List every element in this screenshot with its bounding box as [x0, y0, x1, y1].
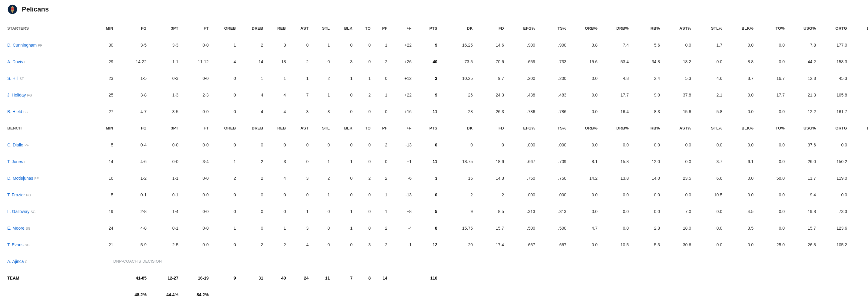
stat-cell: 105.8: [816, 93, 847, 97]
stat-cell: 2: [286, 59, 309, 64]
col-header: FG: [113, 126, 147, 130]
stat-cell: .200: [504, 76, 535, 81]
player-row: E. MooreSG244-80-10-010130102-48: [7, 220, 437, 236]
stat-cell: 26: [441, 93, 473, 97]
player-link[interactable]: T. Frazier: [7, 193, 25, 197]
stat-cell: 0.0: [660, 159, 691, 164]
stat-cell: 2: [411, 76, 437, 81]
stat-cell: 0.0: [722, 93, 753, 97]
stat-cell: 18.2: [660, 59, 691, 64]
team-total-cell: 7: [330, 276, 352, 280]
col-header: STL%: [691, 26, 722, 31]
player-link[interactable]: T. Evans: [7, 242, 24, 247]
player-name-cell: A. DavisPF: [7, 59, 92, 64]
stat-cell: 0: [371, 159, 388, 164]
stat-cell: 1: [209, 226, 236, 231]
player-link[interactable]: A. Davis: [7, 59, 23, 64]
stat-cell: 34.8: [629, 59, 660, 64]
col-header: TO: [352, 26, 371, 31]
team-pct-cell: 48.2%: [113, 292, 147, 297]
col-header: REB: [263, 126, 286, 130]
stat-cell: +22: [388, 93, 411, 97]
stat-cell: 1: [236, 76, 263, 81]
player-row-advanced: 16.2514.6.900.9003.87.45.60.01.70.00.07.…: [441, 37, 868, 53]
stat-cell: 1-3: [147, 93, 178, 97]
stat-cell: 98.4: [847, 176, 868, 181]
player-link[interactable]: J. Holiday: [7, 93, 26, 97]
stat-cell: 2: [371, 59, 388, 64]
stat-cell: .900: [504, 43, 535, 47]
player-row: S. HillSF231-50-30-001112110+122: [7, 70, 437, 87]
stat-cell: .900: [535, 43, 566, 47]
stat-cell: 16: [92, 176, 113, 181]
stat-cell: 0.0: [722, 176, 753, 181]
stat-cell: 5: [92, 142, 113, 147]
header-bench: BENCH: [7, 126, 92, 130]
stat-cell: 3: [309, 109, 330, 114]
player-link[interactable]: D. Cunningham: [7, 43, 37, 47]
stat-cell: 1: [371, 209, 388, 214]
stat-cell: 0.0: [566, 76, 597, 81]
stat-cell: 17.7: [597, 93, 629, 97]
stat-cell: 3: [263, 43, 286, 47]
stat-cell: 1: [352, 76, 371, 81]
player-name-cell: L. GallowaySG: [7, 209, 92, 214]
team-total-cell: 8: [352, 276, 371, 280]
player-link[interactable]: S. Hill: [7, 76, 19, 81]
player-link[interactable]: E. Moore: [7, 226, 25, 231]
player-link[interactable]: A. Ajinca: [7, 259, 24, 264]
stat-cell: 0: [330, 176, 352, 181]
header-row: STARTERSMINFG3PTFTOREBDREBREBASTSTLBLKTO…: [7, 20, 437, 37]
stat-cell: 30.6: [660, 242, 691, 247]
stat-cell: -4: [388, 226, 411, 231]
stat-cell: 14: [236, 59, 263, 64]
stat-cell: 17.7: [753, 93, 785, 97]
player-name-cell: J. HolidayPG: [7, 93, 92, 97]
col-header: RB%: [629, 126, 660, 130]
stat-cell: 3: [286, 226, 309, 231]
stat-cell: 0: [286, 43, 309, 47]
stat-cell: 0.0: [816, 142, 847, 147]
stat-cell: 70.6: [473, 59, 504, 64]
stat-cell: 1: [263, 226, 286, 231]
stat-cell: 3.7: [691, 159, 722, 164]
stat-cell: 21: [92, 242, 113, 247]
player-link[interactable]: D. Motiejunas: [7, 176, 33, 181]
stat-cell: 0: [236, 209, 263, 214]
stat-cell: 94.4: [847, 193, 868, 197]
stat-cell: 104.2: [847, 76, 868, 81]
stat-cell: 9: [411, 43, 437, 47]
stat-cell: 0: [352, 209, 371, 214]
stat-cell: 2: [352, 176, 371, 181]
stat-cell: 0: [330, 142, 352, 147]
stat-cell: 27: [92, 109, 113, 114]
team-header: Pelicans: [7, 4, 861, 14]
team-total-cell: 9: [209, 276, 236, 280]
player-link[interactable]: T. Jones: [7, 159, 23, 164]
stat-cell: 0.0: [566, 109, 597, 114]
stat-cell: 23.5: [660, 176, 691, 181]
player-position: PG: [27, 94, 32, 97]
stat-cell: 1-1: [147, 176, 178, 181]
stat-cell: 0.0: [722, 242, 753, 247]
col-header: USG%: [785, 126, 816, 130]
player-link[interactable]: B. Hield: [7, 109, 22, 114]
stat-cell: 2: [236, 43, 263, 47]
stat-cell: 0.0: [629, 142, 660, 147]
stat-cell: 4.6: [691, 76, 722, 81]
player-link[interactable]: L. Galloway: [7, 209, 29, 214]
stat-cell: .483: [535, 93, 566, 97]
stat-cell: 0-4: [113, 142, 147, 147]
stat-cell: 6.1: [722, 159, 753, 164]
player-row: B. HieldSG274-73-50-004433000+1611: [7, 103, 437, 120]
col-header: PTS: [411, 26, 437, 31]
stat-cell: 0.0: [722, 193, 753, 197]
stat-cell: 0.0: [566, 93, 597, 97]
player-link[interactable]: C. Diallo: [7, 142, 23, 147]
stat-cell: 0.0: [753, 109, 785, 114]
stat-cell: .659: [504, 59, 535, 64]
stat-cell: 0-1: [113, 193, 147, 197]
col-header: OREB: [209, 26, 236, 31]
stat-cell: 0: [330, 93, 352, 97]
team-pct-cell: 44.4%: [147, 292, 178, 297]
